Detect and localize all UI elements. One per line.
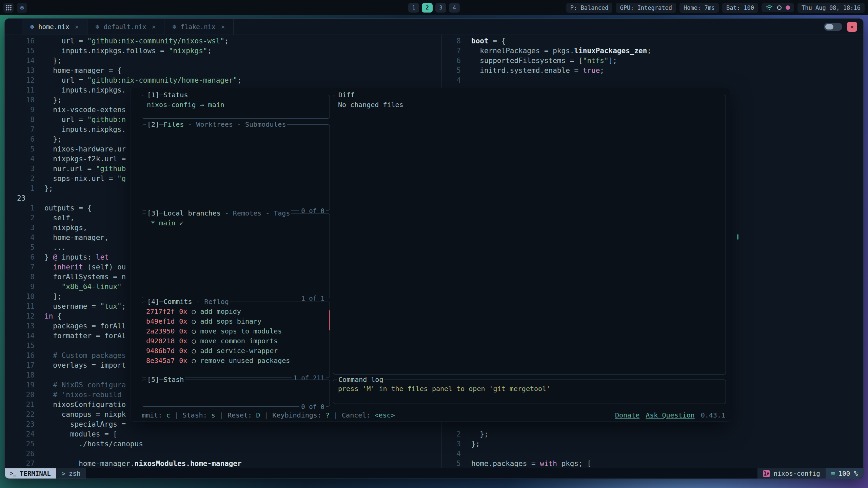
workspace-button-4[interactable]: 4 <box>449 3 460 13</box>
commit-graph-node: ○ <box>192 326 196 336</box>
statusline-left: >_ TERMINAL > zsh <box>5 468 86 479</box>
nix-snowflake-icon: ❄ <box>20 5 24 11</box>
keybind-key[interactable]: ? <box>326 411 330 419</box>
lazygit-diff-panel[interactable]: Diff No changed files <box>333 95 726 374</box>
tab-close-icon[interactable]: × <box>75 23 79 31</box>
panel-title: Command log <box>337 375 384 384</box>
code-text: nix-vscode-extens <box>44 105 126 115</box>
line-number: 8 <box>445 36 461 46</box>
mode-indicator: >_ TERMINAL <box>5 468 56 479</box>
workspace-button-3[interactable]: 3 <box>435 3 446 13</box>
code-line[interactable]: 16 url = "github:nix-community/nixos-wsl… <box>5 36 441 46</box>
code-text: home-manager, <box>44 233 109 243</box>
code-line[interactable]: 15 inputs.nixpkgs.follows = "nixpkgs"; <box>5 46 441 56</box>
line-number: 10 <box>13 95 35 105</box>
keybind-label: Keybindings: <box>272 411 326 419</box>
line-number: 24 <box>13 429 35 439</box>
lazygit-branches-panel[interactable]: [3]─Local branches - Remotes - Tags * ma… <box>142 213 330 298</box>
code-text: # 'nixos-rebuild <box>44 390 122 400</box>
code-text: home-manager.nixosModules.home-manager <box>44 459 242 468</box>
commit-row[interactable]: b49ef1d0x○add sops binary <box>146 317 326 326</box>
code-text: url = "github:nix-community/home-manager… <box>44 76 242 85</box>
branch-row[interactable]: * main ✓ <box>147 219 183 227</box>
lazygit-stash-panel[interactable]: [5]─Stash 0 of 0 <box>142 380 330 407</box>
launcher-icon[interactable] <box>3 3 14 13</box>
commits-scrollbar-thumb[interactable] <box>329 310 330 330</box>
command-log-content: press 'M' in the files panel to open 'gi… <box>338 385 550 393</box>
app-icon[interactable]: ❄ <box>17 3 27 13</box>
commit-row[interactable]: 2a239500x○move sops to modules <box>146 326 326 336</box>
keybind-key[interactable]: D <box>256 411 260 419</box>
tab-close-icon[interactable]: × <box>221 23 225 31</box>
workspace-button-1[interactable]: 1 <box>408 3 419 13</box>
commit-row[interactable]: 2717f2f0x○add mopidy <box>146 307 326 317</box>
code-text: overlays = import <box>44 361 126 370</box>
terminal-window: ❄home.nix×❄default.nix×❄flake.nix× ✕ 16 … <box>4 18 864 479</box>
code-line[interactable]: 5home.packages = with pkgs; [ <box>442 459 863 468</box>
window-toggle[interactable] <box>824 23 842 31</box>
code-line[interactable]: 4 <box>442 449 863 459</box>
code-line[interactable]: 24 modules = [ <box>5 429 441 439</box>
top-bar: ❄ 1234 P: BalancedGPU: IntegratedHome: 7… <box>0 0 868 15</box>
code-line[interactable]: 3}; <box>442 439 863 449</box>
line-number: 1 <box>13 184 35 194</box>
code-text: in { <box>44 311 62 321</box>
keybar-separator: | <box>170 411 182 419</box>
tab-home.nix[interactable]: ❄home.nix× <box>22 19 87 35</box>
code-line[interactable]: 26 <box>5 449 441 459</box>
keybind-key[interactable]: <esc> <box>374 411 395 419</box>
tab-close-icon[interactable]: × <box>152 23 156 31</box>
commit-author: 0x <box>179 346 187 356</box>
line-number: 6 <box>445 56 461 66</box>
keybind-key[interactable]: s <box>211 411 215 419</box>
code-line[interactable]: 4 <box>442 76 863 85</box>
wifi-icon <box>766 5 773 11</box>
nix-file-icon: ❄ <box>173 23 177 31</box>
line-number: 15 <box>13 341 35 351</box>
code-line[interactable]: 6 supportedFilesystems = ["ntfs"]; <box>442 56 863 66</box>
clock: Thu Aug 08, 18:16 <box>797 3 865 13</box>
code-line[interactable]: 2 }; <box>442 429 863 439</box>
commit-row[interactable]: 8e345a70x○remove unused packages <box>146 356 326 366</box>
lazygit-command-log-panel[interactable]: Command log press 'M' in the files panel… <box>333 380 726 404</box>
commit-row[interactable]: 9486b7d0x○add service-wrapper <box>146 346 326 356</box>
code-text: }; <box>44 95 62 105</box>
window-close-button[interactable]: ✕ <box>847 22 857 32</box>
tab-flake.nix[interactable]: ❄flake.nix× <box>164 19 234 35</box>
code-line[interactable]: 25 ./hosts/canopus <box>5 439 441 449</box>
line-number: 27 <box>13 459 35 468</box>
code-line[interactable]: 14 }; <box>5 56 441 66</box>
code-text: ... <box>44 243 66 252</box>
ask-question-link[interactable]: Ask Question <box>646 411 695 419</box>
code-text: packages = forAll <box>44 321 126 331</box>
lazygit-files-panel[interactable]: [2]─Files - Worktrees - Submodules 0 of … <box>142 124 330 211</box>
prompt-icon: > <box>62 470 65 477</box>
lazygit-commits-panel[interactable]: [4]─Commits - Reflog 2717f2f0x○add mopid… <box>142 302 330 378</box>
line-number: 5 <box>445 459 461 468</box>
commit-hash: d920218 <box>146 336 175 346</box>
commit-author: 0x <box>179 307 187 317</box>
nix-file-icon: ❄ <box>30 23 34 31</box>
system-tray[interactable] <box>762 3 794 12</box>
line-number: 4 <box>13 154 35 164</box>
code-line[interactable]: 5 initrd.systemd.enable = true; <box>442 66 863 76</box>
keybind-key[interactable]: c <box>166 411 170 419</box>
code-line[interactable]: 12 url = "github:nix-community/home-mana… <box>5 76 441 85</box>
code-line[interactable]: 8boot = { <box>442 36 863 46</box>
commit-hash: 8e345a7 <box>146 356 175 366</box>
code-line[interactable]: 13 home-manager = { <box>5 66 441 76</box>
commit-hash: 2a23950 <box>146 326 175 336</box>
code-line[interactable]: 27 home-manager.nixosModules.home-manage… <box>5 459 441 468</box>
workspace-button-2[interactable]: 2 <box>422 3 433 13</box>
lazygit-status-panel[interactable]: [1]─Status nixos-config → main <box>142 95 330 119</box>
commit-row[interactable]: d9202180x○move common imports <box>146 336 326 346</box>
donate-link[interactable]: Donate <box>615 411 639 419</box>
panel-subtitle: - Reflog <box>192 298 229 306</box>
topbar-left: ❄ <box>3 3 27 13</box>
scrollbar-thumb[interactable] <box>737 234 738 240</box>
tab-default.nix[interactable]: ❄default.nix× <box>87 19 164 35</box>
line-number: 2 <box>13 174 35 184</box>
code-line[interactable]: 7 kernelPackages = pkgs.linuxPackages_ze… <box>442 46 863 56</box>
code-text: ]; <box>44 292 62 302</box>
commit-hash: 2717f2f <box>146 307 175 317</box>
